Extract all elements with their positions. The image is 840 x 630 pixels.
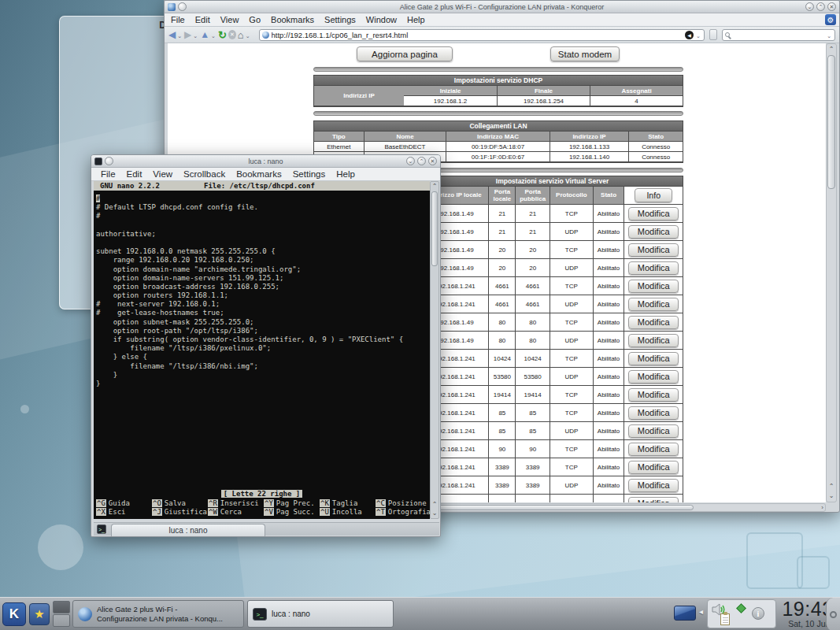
modifica-button[interactable]: Modifica [628,406,679,420]
menu-item[interactable]: Settings [324,15,356,24]
scroll-down-icon[interactable]: ⌄ [827,491,836,501]
menu-item[interactable]: Edit [127,169,142,179]
task-label-line1: Alice Gate 2 plus Wi-Fi - [97,605,177,613]
vs-table-row: 192.168.1.241 4661 4661 UDP Abilitato Mo… [422,295,683,313]
network-tray-icon[interactable] [736,603,746,613]
menu-item[interactable]: Edit [195,15,210,24]
forward-icon[interactable]: ▶ [184,30,191,39]
modifica-button[interactable]: Modifica [628,298,679,311]
notifications-tray-icon[interactable]: i [752,607,764,620]
modifica-button[interactable]: Modifica [628,207,679,220]
panel-cashew-button[interactable] [826,598,840,630]
vs-cell-porta-pubblica: 85 [515,422,550,440]
display-tray-icon[interactable] [674,606,696,621]
menu-item[interactable]: File [101,169,116,179]
modifica-button[interactable]: Modifica [628,243,679,257]
maximize-icon[interactable]: ⌃ [816,2,825,11]
scroll-up-icon[interactable]: ⌃ [827,45,836,54]
up-icon[interactable]: ▲ [200,30,209,39]
terminal-screen[interactable]: GNU nano 2.2.2 File: /etc/ltsp/dhcpd.con… [94,181,430,519]
vs-cell-porta-locale: 3389 [488,476,515,495]
close-icon[interactable]: ✕ [827,2,836,11]
minimize-icon[interactable]: ⌄ [406,157,415,165]
menu-item[interactable]: Help [407,15,425,24]
menu-item[interactable]: Bookmarks [236,169,282,179]
vs-table-row: 192.168.1.49 21 21 UDP Abilitato Modific… [422,223,683,241]
lan-cell-stato: Connesso [628,142,683,152]
up-dropdown-icon[interactable]: ⌄ [211,33,216,39]
klipper-tray-icon[interactable] [720,613,730,625]
pager-desktop-1[interactable] [53,601,70,613]
tray-collapse-icon[interactable]: ◂ [699,607,703,616]
modifica-button[interactable]: Modifica [628,334,679,347]
terminal-tab[interactable]: luca : nano [111,524,265,536]
menu-item[interactable]: Settings [293,169,326,179]
menu-item[interactable]: File [171,15,185,24]
pager-desktop-2[interactable] [53,614,70,627]
modifica-button[interactable]: Modifica [628,280,679,293]
menu-item[interactable]: View [153,169,172,179]
shortcut-label: Incolla [332,508,362,516]
menu-item[interactable]: Go [249,15,261,24]
vertical-scrollbar-thumb[interactable] [827,55,835,189]
konqueror-window-title: Alice Gate 2 plus Wi-Fi - Configurazione… [165,3,839,11]
scroll-down-icon[interactable]: ⌄ [431,509,439,518]
menu-item[interactable]: Bookmarks [271,15,314,24]
home-dropdown-icon[interactable]: ⌄ [246,33,250,39]
terminal-scrollbar[interactable]: ⌃ ⌃ ⌄ [430,181,439,519]
terminal-line: option subnet-mask 255.255.255.0; [96,318,430,327]
modifica-button[interactable]: Modifica [628,479,679,492]
modifica-button[interactable]: Modifica [628,461,679,474]
new-tab-icon[interactable]: >_ [97,524,106,534]
shortcut-label: Salva [165,499,186,507]
maximize-icon[interactable]: ⌃ [417,157,426,165]
forward-dropdown-icon[interactable]: ⌄ [193,33,198,39]
taskbar-item-terminal[interactable]: >_ luca : nano [247,600,394,628]
terminal-app-icon [94,158,102,165]
modifica-button[interactable]: Modifica [628,497,679,503]
vs-cell-protocollo: UDP [550,259,593,277]
info-button[interactable]: Info [635,188,672,202]
modem-status-button[interactable]: Stato modem [550,46,620,61]
back-dropdown-icon[interactable]: ⌄ [177,33,182,39]
modifica-button[interactable]: Modifica [628,225,679,239]
clear-url-icon[interactable]: ◀ [685,31,694,39]
modifica-button[interactable]: Modifica [628,388,679,402]
scroll-up-icon[interactable]: ⌃ [431,182,439,191]
terminal-line: } [96,380,430,388]
scroll-up-icon[interactable]: ⌃ [827,482,836,491]
terminal-scrollbar-thumb[interactable] [431,191,438,266]
vs-table-row: 192.168.1.241 3389 3389 UDP Abilitato Mo… [422,476,683,495]
modifica-button[interactable]: Modifica [628,352,679,365]
favorites-button[interactable]: ★ [29,603,50,625]
vs-table-row: 192.168.1.49 20 20 UDP Abilitato Modific… [422,259,683,277]
konqueror-titlebar[interactable]: Alice Gate 2 plus Wi-Fi - Configurazione… [165,1,839,13]
menu-item[interactable]: View [220,15,239,24]
modifica-button[interactable]: Modifica [628,370,679,384]
menu-item[interactable]: Scrollback [183,169,225,179]
modifica-button[interactable]: Modifica [628,443,679,456]
stop-icon[interactable]: ✕ [228,30,236,39]
menu-item[interactable]: Window [366,15,397,24]
menu-item[interactable]: Help [336,169,355,179]
modifica-button[interactable]: Modifica [628,261,679,275]
bookmark-toggle-button[interactable] [709,29,717,40]
terminal-line: subnet 192.168.0.0 netmask 255.255.255.0… [96,247,430,256]
kmenu-button[interactable]: K [2,602,26,626]
refresh-page-button[interactable]: Aggiorna pagina [357,46,453,61]
minimize-icon[interactable]: ⌄ [805,2,814,11]
reload-icon[interactable]: ↻ [218,30,227,40]
vertical-scrollbar[interactable]: ⌃ ⌃ ⌄ [826,43,837,502]
taskbar-item-konqueror[interactable]: Alice Gate 2 plus Wi-Fi - Configurazione… [72,600,244,628]
back-icon[interactable]: ◀ [168,30,176,39]
modifica-button[interactable]: Modifica [628,316,679,329]
modifica-button[interactable]: Modifica [628,424,679,438]
url-dropdown-icon[interactable]: ⌄ [696,33,701,39]
terminal-titlebar[interactable]: luca : nano ⌄ ⌃ ✕ [91,155,440,168]
close-icon[interactable]: ✕ [428,157,437,165]
search-dropdown-icon[interactable]: ⌄ [827,33,831,39]
search-input[interactable] [732,31,824,39]
scroll-right-icon[interactable]: › [821,504,823,512]
url-input[interactable] [272,31,683,39]
home-icon[interactable]: ⌂ [238,30,244,40]
